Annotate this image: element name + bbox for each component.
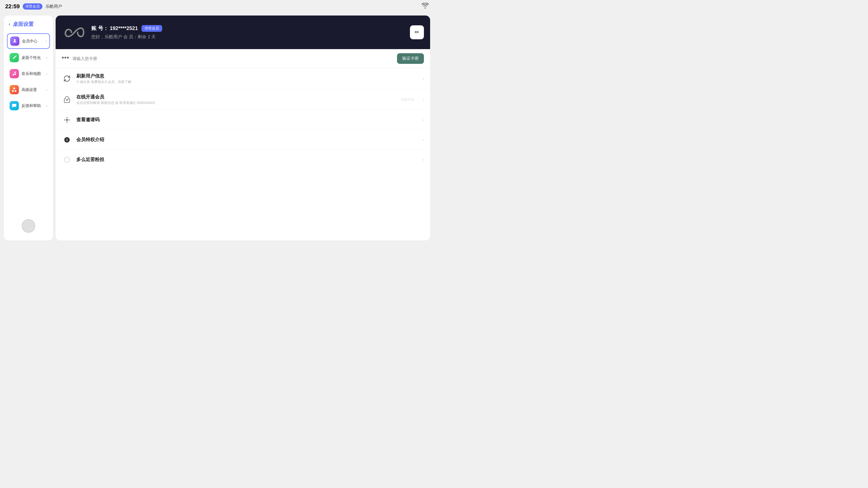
menu-item-refresh[interactable]: 刷新用户信息 !!! 做任务,免费领永久会员，加群了解 ›: [56, 68, 430, 89]
status-right: [422, 3, 429, 10]
privileges-icon-wrap: i: [62, 135, 72, 145]
menu-chevron-more: ›: [423, 157, 424, 162]
menu-subtitle-activate: 会员没有到账请 刷新信息 或 联系客服Q 2695344922: [76, 101, 418, 105]
menu-text-refresh: 刷新用户信息 !!! 做任务,免费领永久会员，加群了解: [76, 73, 418, 84]
advanced-icon: [9, 85, 19, 94]
verify-button[interactable]: 验证卡密: [397, 53, 424, 64]
menu-item-activate[interactable]: 在线开通会员 会员没有到账请 刷新信息 或 联系客服Q 2695344922 油…: [56, 89, 430, 110]
menu-chevron-privileges: ›: [423, 137, 424, 142]
sidebar-footer: [7, 219, 50, 235]
svg-rect-3: [12, 90, 14, 92]
wifi-icon: [422, 3, 429, 10]
member-header: 账 号： 192****2521 传世会员 您好，乐酷用户 会 员：剩余 2 天…: [56, 15, 430, 49]
menu-title-refresh: 刷新用户信息: [76, 73, 418, 79]
svg-point-6: [66, 119, 68, 121]
menu-list: 刷新用户信息 !!! 做任务,免费领永久会员，加群了解 › 在线开通会员 会员没…: [56, 68, 430, 170]
menu-item-invite[interactable]: 查看邀请码 ›: [56, 110, 430, 130]
sidebar-item-music-left: 音乐和地图: [9, 69, 41, 78]
card-input-row: *** 验证卡密: [56, 49, 430, 68]
svg-point-0: [13, 74, 14, 75]
svg-point-1: [14, 73, 16, 75]
menu-chevron-activate: ›: [423, 97, 424, 102]
activate-icon-wrap: [62, 94, 72, 105]
account-row: 账 号： 192****2521 传世会员: [91, 25, 423, 32]
sidebar-item-feedback-chevron: ›: [46, 104, 47, 108]
svg-text:i: i: [66, 138, 67, 142]
sidebar-item-feedback-left: 反馈和帮助: [9, 101, 41, 110]
menu-chevron-refresh: ›: [423, 76, 424, 81]
sidebar-item-music-chevron: ›: [46, 72, 47, 76]
menu-title-activate: 在线开通会员: [76, 94, 418, 100]
menu-item-more[interactable]: 多么近罢粉担 ›: [56, 150, 430, 170]
menu-text-invite: 查看邀请码: [76, 117, 418, 123]
main-layout: ‹ 桌面设置 会员中心 ›: [4, 15, 430, 240]
sidebar-item-desktop[interactable]: 桌面个性化 ›: [7, 51, 50, 65]
menu-subtitle-refresh: !!! 做任务,免费领永久会员，加群了解: [76, 79, 418, 84]
desktop-icon: [9, 53, 19, 62]
menu-text-activate: 在线开通会员 会员没有到账请 刷新信息 或 联系客服Q 2695344922: [76, 94, 418, 105]
sidebar-item-advanced-chevron: ›: [46, 88, 47, 92]
svg-rect-4: [15, 90, 16, 92]
member-greeting: 您好，乐酷用户 会 员：剩余 2 天: [91, 34, 423, 40]
edit-button[interactable]: ✏: [410, 25, 424, 39]
sidebar-item-desktop-label: 桌面个性化: [22, 55, 41, 60]
sidebar-item-advanced-label: 高级设置: [22, 87, 37, 92]
sidebar-item-desktop-left: 桌面个性化: [9, 53, 41, 62]
menu-chevron-invite: ›: [423, 118, 424, 122]
menu-title-invite: 查看邀请码: [76, 117, 418, 123]
member-icon: [10, 36, 20, 46]
sidebar-item-music[interactable]: 音乐和地图 ›: [7, 66, 50, 81]
card-input[interactable]: [72, 56, 394, 61]
menu-title-privileges: 会员特权介绍: [76, 136, 418, 143]
status-time: 22:59: [5, 3, 20, 10]
music-icon: [9, 69, 19, 78]
account-label: 账 号： 192****2521: [91, 25, 138, 32]
edit-icon: ✏: [414, 29, 419, 36]
menu-text-more: 多么近罢粉担: [76, 156, 418, 163]
menu-title-more: 多么近罢粉担: [76, 156, 418, 163]
sidebar-item-member[interactable]: 会员中心 ›: [7, 33, 50, 49]
svg-point-9: [64, 157, 70, 163]
menu-item-privileges[interactable]: i 会员特权介绍 ›: [56, 130, 430, 150]
infinity-logo: [63, 23, 86, 41]
sidebar: ‹ 桌面设置 会员中心 ›: [4, 15, 53, 240]
feedback-icon: [9, 101, 19, 110]
status-bar: 22:59 传世会员 乐酷用户: [0, 0, 434, 13]
member-info: 账 号： 192****2521 传世会员 您好，乐酷用户 会 员：剩余 2 天: [91, 25, 423, 40]
right-panel: 账 号： 192****2521 传世会员 您好，乐酷用户 会 员：剩余 2 天…: [56, 15, 430, 240]
refresh-icon-wrap: [62, 73, 72, 84]
sidebar-item-member-left: 会员中心: [10, 36, 37, 46]
sidebar-item-desktop-chevron: ›: [46, 56, 47, 60]
menu-text-privileges: 会员特权介绍: [76, 136, 418, 143]
sidebar-item-member-chevron: ›: [45, 39, 47, 43]
sidebar-item-advanced-left: 高级设置: [9, 85, 37, 94]
more-icon-wrap: [62, 155, 72, 165]
watermark-youyou: 油友社区: [401, 97, 414, 102]
sidebar-item-feedback-label: 反馈和帮助: [22, 103, 41, 108]
status-username: 乐酷用户: [45, 4, 62, 9]
sidebar-title: 桌面设置: [13, 21, 34, 28]
invite-icon-wrap: [62, 115, 72, 125]
sidebar-item-feedback[interactable]: 反馈和帮助 ›: [7, 98, 50, 113]
sidebar-header: ‹ 桌面设置: [7, 21, 50, 28]
status-left: 22:59 传世会员 乐酷用户: [5, 3, 62, 10]
chuanshi-badge: 传世会员: [23, 3, 42, 9]
card-dots: ***: [62, 56, 69, 62]
sidebar-item-music-label: 音乐和地图: [22, 71, 41, 76]
sidebar-item-member-label: 会员中心: [22, 39, 37, 44]
home-button[interactable]: [22, 219, 35, 233]
sidebar-item-advanced[interactable]: 高级设置 ›: [7, 83, 50, 97]
member-badge: 传世会员: [142, 25, 162, 32]
back-button[interactable]: ‹: [8, 21, 10, 28]
